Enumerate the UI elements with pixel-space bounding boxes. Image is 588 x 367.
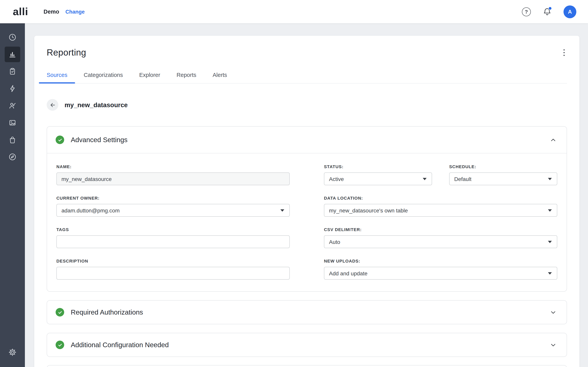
compass-icon: [8, 153, 17, 161]
current-owner-field-group: CURRENT OWNER: adam.dutton@pmg.com: [56, 196, 290, 217]
chevron-down-icon[interactable]: [550, 342, 556, 348]
tab-categorizations[interactable]: Categorizations: [84, 72, 123, 83]
current-owner-select[interactable]: adam.dutton@pmg.com: [56, 204, 290, 217]
csv-delimiter-value: Auto: [329, 239, 340, 245]
current-owner-label: CURRENT OWNER:: [56, 196, 290, 200]
advanced-settings-body: NAME: CURRENT OWNER: adam.dutton@pmg.com: [47, 153, 567, 291]
account-switcher: Demo Change: [43, 8, 85, 15]
data-location-select[interactable]: my_new_datasource's own table: [324, 204, 557, 217]
tab-sources[interactable]: Sources: [47, 72, 67, 83]
tab-bar: Sources Categorizations Explorer Reports…: [47, 72, 567, 83]
alli-logo: alli: [0, 6, 43, 18]
back-button[interactable]: [47, 99, 58, 111]
dashboard-icon: [8, 33, 17, 42]
sidebar-item-shopping[interactable]: [5, 132, 20, 148]
name-label: NAME:: [56, 164, 290, 169]
change-account-link[interactable]: Change: [66, 9, 85, 15]
caret-down-icon: [548, 241, 552, 243]
tab-reports[interactable]: Reports: [177, 72, 196, 83]
sidebar-item-tasks[interactable]: [5, 64, 20, 79]
image-icon: [8, 118, 17, 127]
next-panel-sliver: [47, 365, 567, 367]
sidebar-item-automations[interactable]: [5, 81, 20, 96]
status-label: STATUS:: [324, 164, 432, 169]
arrow-left-icon: [49, 101, 56, 108]
csv-delimiter-label: CSV DELIMITER:: [324, 227, 557, 232]
required-authorizations-title: Required Authorizations: [71, 308, 143, 316]
reporting-card: Reporting Sources Categorizations Explor…: [34, 36, 579, 367]
sidebar-item-settings[interactable]: [5, 344, 20, 360]
form-column-left: NAME: CURRENT OWNER: adam.dutton@pmg.com: [56, 164, 290, 280]
notifications-button[interactable]: [543, 7, 552, 16]
new-uploads-select[interactable]: Add and update: [324, 267, 557, 280]
check-circle-icon: [56, 135, 64, 144]
required-authorizations-panel: Required Authorizations: [47, 300, 567, 324]
chevron-up-icon[interactable]: [550, 136, 556, 143]
advanced-settings-panel: Advanced Settings NAME:: [47, 126, 567, 292]
data-location-field-group: DATA LOCATION: my_new_datasource's own t…: [324, 196, 557, 217]
form-column-right: STATUS: Active SCHEDULE: Defau: [324, 164, 557, 280]
new-uploads-label: NEW UPLOADS:: [324, 259, 557, 263]
sidebar-item-audiences[interactable]: [5, 98, 20, 113]
status-schedule-row: STATUS: Active SCHEDULE: Defau: [324, 164, 557, 185]
csv-delimiter-select[interactable]: Auto: [324, 235, 557, 248]
caret-down-icon: [280, 209, 284, 212]
status-value: Active: [329, 176, 344, 182]
new-uploads-field-group: NEW UPLOADS: Add and update: [324, 259, 557, 280]
notification-badge: [548, 7, 552, 10]
user-edit-icon: [8, 101, 17, 110]
caret-down-icon: [548, 272, 552, 275]
sidebar-item-creative[interactable]: [5, 115, 20, 131]
current-owner-value: adam.dutton@pmg.com: [61, 207, 120, 213]
check-circle-icon: [56, 308, 64, 317]
additional-configuration-title: Additional Configuration Needed: [71, 341, 169, 349]
description-label: DESCRIPTION: [56, 259, 290, 263]
schedule-select[interactable]: Default: [449, 172, 557, 185]
csv-delimiter-field-group: CSV DELIMITER: Auto: [324, 227, 557, 248]
description-input[interactable]: [56, 267, 290, 280]
bar-chart-icon: [8, 50, 17, 59]
check-circle-icon: [56, 341, 64, 349]
sidebar-item-dashboard[interactable]: [5, 30, 20, 45]
required-authorizations-header[interactable]: Required Authorizations: [47, 300, 567, 324]
tab-explorer[interactable]: Explorer: [139, 72, 160, 83]
app-root: alli Demo Change ? A: [0, 0, 588, 367]
page-title: Reporting: [47, 47, 86, 58]
top-bar: alli Demo Change ? A: [0, 0, 588, 23]
main-content: Reporting Sources Categorizations Explor…: [25, 23, 588, 367]
data-location-label: DATA LOCATION:: [324, 196, 557, 200]
schedule-field-group: SCHEDULE: Default: [449, 164, 557, 185]
additional-configuration-header[interactable]: Additional Configuration Needed: [47, 333, 567, 357]
tags-field-group: TAGS: [56, 227, 290, 248]
kebab-menu-icon[interactable]: [561, 48, 567, 58]
tags-input[interactable]: [56, 235, 290, 248]
advanced-settings-title: Advanced Settings: [71, 136, 128, 144]
data-location-value: my_new_datasource's own table: [329, 207, 408, 213]
tags-label: TAGS: [56, 227, 290, 232]
shopping-bag-icon: [8, 135, 17, 144]
help-icon[interactable]: ?: [522, 7, 531, 16]
lightning-icon: [8, 84, 17, 93]
datasource-title: my_new_datasource: [65, 101, 128, 108]
description-field-group: DESCRIPTION: [56, 259, 290, 280]
additional-configuration-panel: Additional Configuration Needed: [47, 333, 567, 357]
status-field-group: STATUS: Active: [324, 164, 432, 185]
clipboard-icon: [8, 67, 17, 76]
account-name: Demo: [43, 8, 59, 15]
caret-down-icon: [423, 178, 427, 180]
name-field-group: NAME:: [56, 164, 290, 185]
caret-down-icon: [548, 178, 552, 180]
sidebar-item-explore[interactable]: [5, 149, 20, 165]
status-select[interactable]: Active: [324, 172, 432, 185]
advanced-settings-header[interactable]: Advanced Settings: [47, 127, 567, 153]
schedule-value: Default: [454, 176, 472, 182]
chevron-down-icon[interactable]: [550, 309, 556, 316]
avatar[interactable]: A: [563, 5, 576, 18]
schedule-label: SCHEDULE:: [449, 164, 557, 169]
sidebar-item-reporting[interactable]: [5, 47, 20, 62]
tab-alerts[interactable]: Alerts: [213, 72, 227, 83]
name-input[interactable]: [56, 172, 290, 185]
sidebar: [0, 23, 25, 367]
caret-down-icon: [548, 209, 552, 212]
gear-icon: [8, 348, 17, 357]
